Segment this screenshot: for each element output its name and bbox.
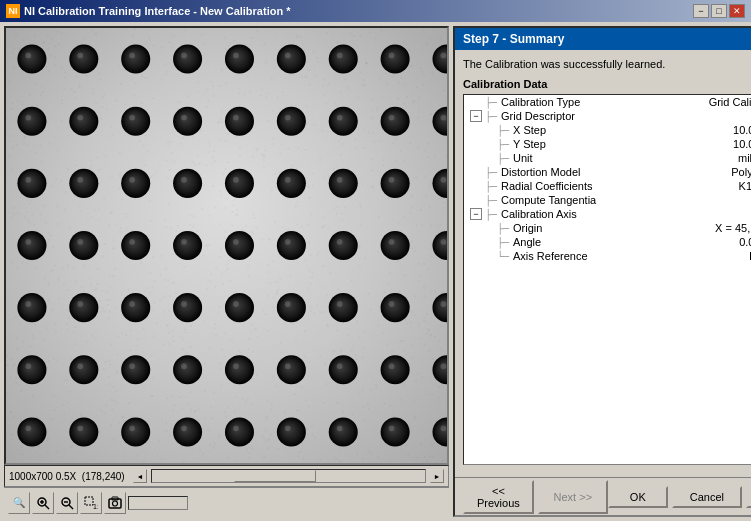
tree-item-label: X Step	[513, 124, 733, 136]
selection-button[interactable]: 1:1	[80, 492, 102, 514]
tree-item-value: millimeter	[738, 152, 751, 164]
tree-row: −├─Grid Descriptor	[464, 109, 751, 123]
zoom-out-button[interactable]	[56, 492, 78, 514]
image-display	[4, 26, 449, 465]
right-panel: Step 7 - Summary The Calibration was suc…	[453, 26, 751, 517]
svg-line-5	[69, 505, 73, 509]
tree-connector: ├─	[485, 111, 499, 122]
tree-row: ├─Compute TangentiaYes	[464, 193, 751, 207]
svg-point-10	[113, 501, 118, 506]
tree-connector: ├─	[497, 139, 511, 150]
scroll-left-button[interactable]: ◄	[133, 469, 147, 483]
tree-connector: ├─	[485, 97, 499, 108]
window-title: NI Calibration Training Interface - New …	[24, 5, 291, 17]
tree-item-value: Polynomial	[731, 166, 751, 178]
previous-button[interactable]: << Previous	[463, 480, 534, 514]
title-bar: NI NI Calibration Training Interface - N…	[0, 0, 751, 22]
tree-item-value: K1,K2,K3	[739, 180, 751, 192]
tree-item-value: X = 45, Y = 38	[715, 222, 751, 234]
ok-button[interactable]: OK	[608, 486, 668, 508]
tree-item-label: Unit	[513, 152, 738, 164]
main-container: 1000x700 0.5X (178,240) ◄ ► 🔍 1:1	[0, 22, 751, 521]
tree-item-label: Calibration Type	[501, 96, 709, 108]
calibration-data-tree[interactable]: ├─Calibration TypeGrid Calibration−├─Gri…	[463, 94, 751, 465]
snapshot-button[interactable]	[104, 492, 126, 514]
cancel-button[interactable]: Cancel	[672, 486, 742, 508]
success-message: The Calibration was successfully learned…	[463, 58, 751, 70]
title-bar-left: NI NI Calibration Training Interface - N…	[6, 4, 291, 18]
tree-row: └─Axis ReferenceIndirect	[464, 249, 751, 263]
svg-text:1:1: 1:1	[93, 503, 98, 510]
svg-rect-7	[85, 497, 93, 505]
tree-connector: ├─	[485, 181, 499, 192]
tree-expander[interactable]: −	[470, 208, 482, 220]
step-title: Step 7 - Summary	[463, 32, 564, 46]
right-content-area: The Calibration was successfully learned…	[455, 50, 751, 477]
tree-row: ├─Y Step10.000000	[464, 137, 751, 151]
left-panel: 1000x700 0.5X (178,240) ◄ ► 🔍 1:1	[4, 26, 449, 517]
scroll-right-button[interactable]: ►	[430, 469, 444, 483]
tree-item-value: 0.000000	[739, 236, 751, 248]
tree-connector: ├─	[497, 125, 511, 136]
title-bar-buttons: − □ ✕	[693, 4, 745, 18]
tree-item-value: 10.000000	[733, 138, 751, 150]
close-button[interactable]: ✕	[729, 4, 745, 18]
action-buttons: OK Cancel Help	[608, 486, 751, 508]
step-header: Step 7 - Summary	[455, 28, 751, 50]
tree-connector: ├─	[485, 167, 499, 178]
tree-item-label: Origin	[513, 222, 715, 234]
tree-item-value: 10.000000	[733, 124, 751, 136]
navigation-bar: << Previous Next >> OK Cancel Help	[455, 477, 751, 515]
zoom-fit-button[interactable]: 🔍	[8, 492, 30, 514]
help-button[interactable]: Help	[746, 486, 751, 508]
tree-row: −├─Calibration Axis	[464, 207, 751, 221]
tree-row: ├─Calibration TypeGrid Calibration	[464, 95, 751, 109]
right-panel-inner: The Calibration was successfully learned…	[455, 50, 751, 477]
tree-expander[interactable]: −	[470, 110, 482, 122]
tree-connector: └─	[497, 251, 511, 262]
tree-item-label: Compute Tangentia	[501, 194, 751, 206]
tree-item-label: Grid Descriptor	[501, 110, 751, 122]
tree-item-label: Radial Coefficients	[501, 180, 739, 192]
tree-connector: ├─	[485, 209, 499, 220]
calibration-image	[6, 28, 447, 463]
minimize-button[interactable]: −	[693, 4, 709, 18]
tree-item-label: Calibration Axis	[501, 208, 751, 220]
image-bottom-bar: 1000x700 0.5X (178,240) ◄ ►	[4, 465, 449, 487]
tree-connector: ├─	[497, 153, 511, 164]
scrollbar-thumb[interactable]	[234, 470, 316, 482]
nav-buttons: << Previous Next >>	[463, 480, 608, 514]
tree-connector: ├─	[485, 195, 499, 206]
tree-item-label: Angle	[513, 236, 739, 248]
tree-row: ├─Distortion ModelPolynomial	[464, 165, 751, 179]
horizontal-scrollbar[interactable]	[151, 469, 426, 483]
tree-connector: ├─	[497, 237, 511, 248]
tree-row: ├─Unitmillimeter	[464, 151, 751, 165]
tree-row: ├─X Step10.000000	[464, 123, 751, 137]
tree-row: ├─OriginX = 45, Y = 38	[464, 221, 751, 235]
svg-line-1	[45, 505, 49, 509]
zoom-slider[interactable]	[128, 496, 188, 510]
tree-item-value: Grid Calibration	[709, 96, 751, 108]
tree-item-label: Y Step	[513, 138, 733, 150]
image-info: 1000x700 0.5X (178,240)	[9, 471, 129, 482]
tree-connector: ├─	[497, 223, 511, 234]
maximize-button[interactable]: □	[711, 4, 727, 18]
tree-row: ├─Angle0.000000	[464, 235, 751, 249]
tree-item-label: Distortion Model	[501, 166, 731, 178]
next-button[interactable]: Next >>	[538, 480, 608, 514]
zoom-in-button[interactable]	[32, 492, 54, 514]
calibration-data-label: Calibration Data	[463, 78, 751, 90]
app-icon: NI	[6, 4, 20, 18]
tree-item-label: Axis Reference	[513, 250, 749, 262]
tree-row: ├─Radial CoefficientsK1,K2,K3	[464, 179, 751, 193]
image-toolbar: 🔍 1:1	[4, 487, 449, 517]
